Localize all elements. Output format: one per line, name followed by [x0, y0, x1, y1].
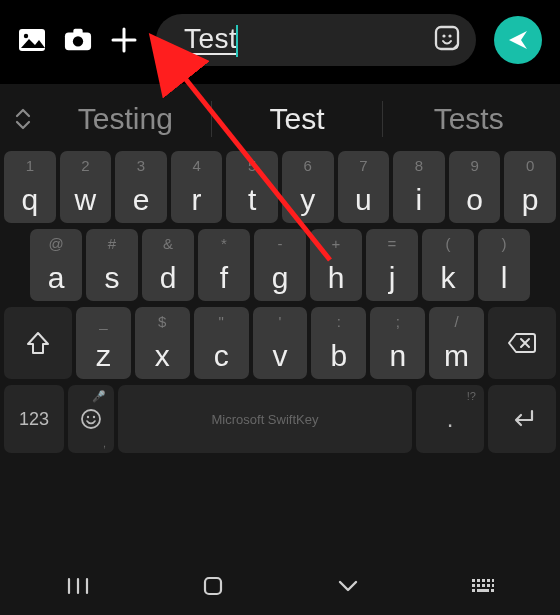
key-alt-label: 9 [449, 157, 501, 174]
svg-point-4 [73, 36, 83, 46]
key-main-label: q [21, 185, 38, 215]
key-main-label: i [416, 185, 423, 215]
key-main-label: f [220, 263, 228, 293]
key-alt-label: ; [370, 313, 425, 330]
key-main-label: x [155, 341, 170, 371]
key-main-label: a [48, 263, 65, 293]
key-n[interactable]: ;n [370, 307, 425, 379]
key-alt-label: 1 [4, 157, 56, 174]
key-main-label: s [105, 263, 120, 293]
svg-rect-16 [492, 579, 494, 582]
key-k[interactable]: (k [422, 229, 474, 301]
suggestion-right[interactable]: Tests [383, 94, 554, 144]
backspace-key[interactable] [488, 307, 556, 379]
key-s[interactable]: #s [86, 229, 138, 301]
key-u[interactable]: 7u [338, 151, 390, 223]
key-v[interactable]: 'v [253, 307, 308, 379]
svg-rect-22 [472, 589, 475, 592]
key-alt-label: 0 [504, 157, 556, 174]
stickers-icon[interactable] [434, 25, 460, 55]
key-c[interactable]: "c [194, 307, 249, 379]
shift-key[interactable] [4, 307, 72, 379]
key-j[interactable]: =j [366, 229, 418, 301]
key-r[interactable]: 4r [171, 151, 223, 223]
key-alt-label: 8 [393, 157, 445, 174]
key-w[interactable]: 2w [60, 151, 112, 223]
key-g[interactable]: -g [254, 229, 306, 301]
key-l[interactable]: )l [478, 229, 530, 301]
message-input[interactable]: Test [156, 14, 476, 66]
svg-rect-5 [436, 27, 458, 49]
key-main-label: b [331, 341, 348, 371]
svg-rect-11 [205, 578, 221, 594]
suggestion-expand-icon[interactable] [6, 108, 40, 130]
camera-icon[interactable] [64, 26, 92, 54]
nav-home[interactable] [193, 575, 233, 597]
nav-keyboard-icon[interactable] [463, 578, 503, 594]
key-alt-label: " [194, 313, 249, 330]
send-button[interactable] [494, 16, 542, 64]
key-main-label: r [192, 185, 202, 215]
gallery-icon[interactable] [18, 26, 46, 54]
nav-back[interactable] [328, 579, 368, 593]
key-main-label: o [466, 185, 483, 215]
key-alt-label: ( [422, 235, 474, 252]
svg-point-10 [93, 416, 95, 418]
key-q[interactable]: 1q [4, 151, 56, 223]
key-alt-label: + [310, 235, 362, 252]
key-i[interactable]: 8i [393, 151, 445, 223]
key-h[interactable]: +h [310, 229, 362, 301]
punct-alt-hint: !? [467, 390, 476, 402]
plus-icon[interactable] [110, 26, 138, 54]
period-key[interactable]: !? . [416, 385, 484, 453]
key-row-1: 1q2w3e4r5t6y7u8i9o0p [0, 148, 560, 226]
key-alt-label: 3 [115, 157, 167, 174]
emoji-key[interactable]: 🎤 , [68, 385, 114, 453]
key-main-label: z [96, 341, 111, 371]
key-x[interactable]: $x [135, 307, 190, 379]
android-nav-bar [0, 557, 560, 615]
suggestion-center[interactable]: Test [212, 94, 383, 144]
keyboard: Testing Test Tests 1q2w3e4r5t6y7u8i9o0p … [0, 84, 560, 615]
key-main-label: u [355, 185, 372, 215]
nav-recents[interactable] [58, 577, 98, 595]
key-alt-label: $ [135, 313, 190, 330]
key-t[interactable]: 5t [226, 151, 278, 223]
svg-rect-15 [487, 579, 490, 582]
key-m[interactable]: /m [429, 307, 484, 379]
key-o[interactable]: 9o [449, 151, 501, 223]
enter-key[interactable] [488, 385, 556, 453]
key-alt-label: * [198, 235, 250, 252]
key-y[interactable]: 6y [282, 151, 334, 223]
key-alt-label: 7 [338, 157, 390, 174]
key-main-label: l [501, 263, 508, 293]
svg-rect-18 [477, 584, 480, 587]
key-z[interactable]: _z [76, 307, 131, 379]
key-row-3: _z$x"c'v:b;n/m [0, 304, 560, 382]
key-a[interactable]: @a [30, 229, 82, 301]
key-alt-label: = [366, 235, 418, 252]
svg-rect-17 [472, 584, 475, 587]
svg-rect-13 [477, 579, 480, 582]
key-e[interactable]: 3e [115, 151, 167, 223]
svg-rect-19 [482, 584, 485, 587]
key-alt-label: 2 [60, 157, 112, 174]
svg-rect-24 [491, 589, 494, 592]
key-alt-label: # [86, 235, 138, 252]
svg-rect-23 [477, 589, 489, 592]
key-main-label: w [75, 185, 97, 215]
svg-rect-12 [472, 579, 475, 582]
key-main-label: m [444, 341, 469, 371]
key-main-label: c [214, 341, 229, 371]
key-f[interactable]: *f [198, 229, 250, 301]
key-alt-label: & [142, 235, 194, 252]
symbols-key[interactable]: 123 [4, 385, 64, 453]
space-key[interactable]: Microsoft SwiftKey [118, 385, 412, 453]
suggestion-bar: Testing Test Tests [0, 90, 560, 148]
suggestion-left[interactable]: Testing [40, 94, 211, 144]
key-alt-label: ' [253, 313, 308, 330]
key-d[interactable]: &d [142, 229, 194, 301]
key-b[interactable]: :b [311, 307, 366, 379]
svg-rect-21 [492, 584, 494, 587]
key-p[interactable]: 0p [504, 151, 556, 223]
